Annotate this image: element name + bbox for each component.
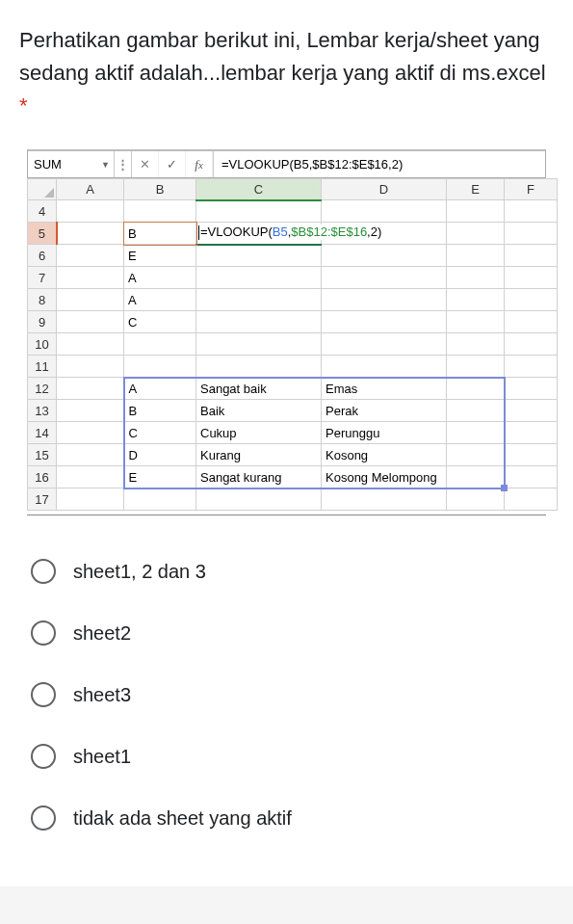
question-text: Perhatikan gambar berikut ini, Lembar ke… [19,24,554,122]
answer-options: sheet1, 2 dan 3 sheet2 sheet3 sheet1 tid… [19,559,554,831]
cell-b5: B [124,223,196,245]
row-header: 10 [28,333,57,356]
row-header: 4 [28,200,57,223]
option-label: sheet1, 2 dan 3 [73,561,206,583]
row-header: 16 [28,466,57,488]
cell-c5-editing: =VLOOKUP(B5,$B$12:$E$16,2) [196,223,322,245]
enter-icon: ✓ [159,151,186,177]
name-box: SUM ▼ [28,151,115,177]
option-3[interactable]: sheet3 [31,682,554,707]
row-header: 6 [28,245,57,267]
option-2[interactable]: sheet2 [31,620,554,646]
option-label: sheet1 [73,746,131,768]
question-card: Perhatikan gambar berikut ini, Lembar ke… [0,0,573,886]
separator-icon: ⋮ [115,151,132,177]
option-1[interactable]: sheet1, 2 dan 3 [31,559,554,584]
row-header: 9 [28,311,57,333]
row-header: 13 [28,400,57,422]
cancel-icon: ✕ [132,151,159,177]
col-header: A [57,179,124,200]
row-header: 17 [28,488,57,511]
select-all-corner [28,179,57,200]
radio-icon [31,682,56,707]
option-5[interactable]: tidak ada sheet yang aktif [31,805,554,831]
radio-icon [31,805,56,831]
option-label: sheet3 [73,684,131,706]
worksheet-grid: A B C D E F 4 5 B =VLOOKUP(B5,$B$12:$E$1… [27,178,546,511]
radio-icon [31,620,56,646]
formula-bar: SUM ▼ ⋮ ✕ ✓ fx =VLOOKUP(B5,$B$12:$E$16,2… [27,149,546,178]
radio-icon [31,744,56,769]
row-header: 8 [28,289,57,311]
row-header: 14 [28,422,57,444]
col-header: F [505,179,558,200]
row-header: 15 [28,444,57,466]
row-header: 7 [28,267,57,289]
col-header: D [322,179,447,200]
row-header: 12 [28,378,57,400]
dropdown-arrow-icon: ▼ [101,160,110,170]
col-header: E [447,179,505,200]
option-label: tidak ada sheet yang aktif [73,807,292,830]
radio-icon [31,559,56,584]
required-asterisk: * [19,93,28,118]
option-4[interactable]: sheet1 [31,744,554,769]
fx-icon: fx [186,151,213,177]
col-header: B [124,179,196,200]
row-header-active: 5 [28,223,57,245]
option-label: sheet2 [73,622,131,645]
excel-screenshot: SUM ▼ ⋮ ✕ ✓ fx =VLOOKUP(B5,$B$12:$E$16,2… [27,149,546,515]
col-header-active: C [196,179,322,200]
formula-bar-text: =VLOOKUP(B5,$B$12:$E$16,2) [213,151,545,177]
row-header: 11 [28,356,57,378]
